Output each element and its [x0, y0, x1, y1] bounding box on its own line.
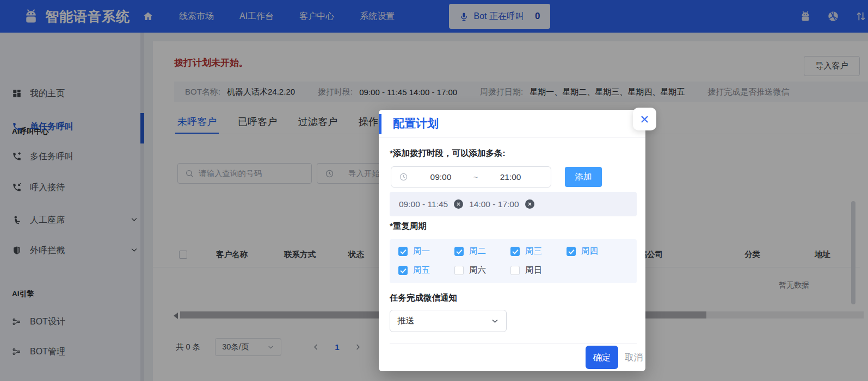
checkbox-sunday[interactable]: 周日 — [510, 265, 542, 276]
app-screen: 智能语音系统 线索市场 AI工作台 客户中心 系统设置 Bot 正在呼叫 0 我… — [0, 0, 868, 381]
checkbox-wednesday[interactable]: 周三 — [510, 246, 542, 257]
footer-divider — [390, 343, 637, 344]
time-to-value[interactable]: 21:00 — [478, 172, 543, 182]
checkbox-icon — [454, 247, 464, 256]
cancel-button[interactable]: 取消 — [625, 346, 643, 369]
title-accent-bar — [379, 114, 381, 134]
checkbox-icon — [567, 247, 576, 256]
chevron-down-icon — [491, 317, 499, 325]
time-slot-tags: 09:00 - 11:45 14:00 - 17:00 — [390, 192, 637, 216]
wechat-notify-label: 任务完成微信通知 — [390, 292, 457, 304]
time-section-label: *添加拨打时段，可以添加多条: — [390, 148, 506, 159]
time-range-picker[interactable]: 09:00 ~ 21:00 — [391, 166, 551, 188]
dialog-header: 配置计划 — [379, 110, 645, 138]
checkbox-friday[interactable]: 周五 — [398, 265, 430, 276]
time-from-value[interactable]: 09:00 — [408, 172, 473, 182]
checkbox-thursday[interactable]: 周四 — [567, 246, 598, 257]
wechat-notify-select[interactable]: 推送 — [390, 310, 507, 332]
time-slot-tag: 14:00 - 17:00 — [469, 199, 519, 209]
repeat-cycle-label: *重复周期 — [390, 221, 427, 232]
checkbox-icon — [510, 266, 520, 275]
time-slot-tag: 09:00 - 11:45 — [399, 199, 448, 209]
remove-tag-icon[interactable] — [454, 199, 463, 209]
checkbox-monday[interactable]: 周一 — [398, 246, 430, 257]
add-time-slot-button[interactable]: 添加 — [565, 167, 602, 187]
checkbox-icon — [398, 266, 408, 275]
checkbox-icon — [398, 247, 408, 256]
dialog-title: 配置计划 — [393, 116, 439, 131]
configure-plan-dialog: 配置计划 *添加拨打时段，可以添加多条: 09:00 ~ 21:00 添加 09… — [379, 110, 645, 371]
clock-icon — [399, 172, 408, 182]
time-range-separator: ~ — [473, 173, 478, 182]
close-dialog-button[interactable] — [633, 108, 656, 130]
notify-selected-value: 推送 — [397, 315, 414, 327]
checkbox-tuesday[interactable]: 周二 — [454, 246, 486, 257]
checkbox-icon — [454, 266, 464, 275]
confirm-button[interactable]: 确定 — [586, 346, 618, 369]
checkbox-icon — [510, 247, 520, 256]
weekday-checkbox-group: 周一 周二 周三 周四 周五 周六 周日 — [390, 239, 637, 283]
close-icon — [639, 114, 650, 124]
checkbox-saturday[interactable]: 周六 — [454, 265, 486, 276]
remove-tag-icon[interactable] — [525, 199, 534, 209]
